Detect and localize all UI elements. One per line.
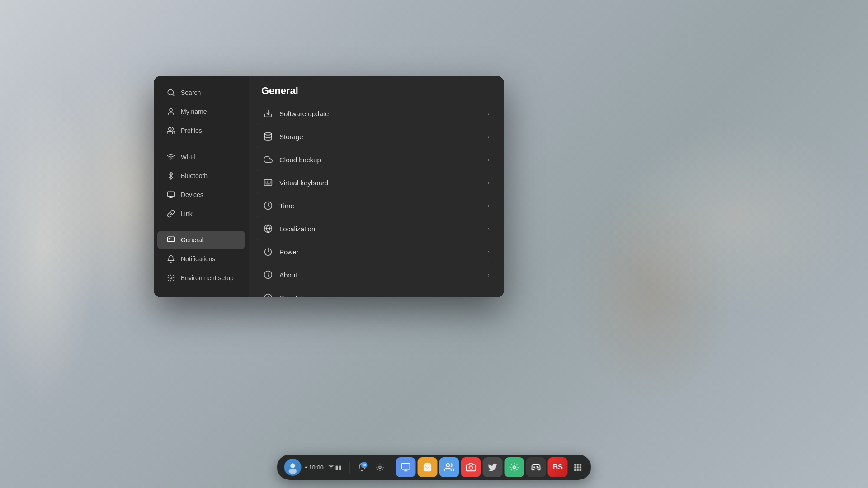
chevron-right-icon: › (487, 110, 490, 117)
settings-item-power[interactable]: Power › (256, 240, 497, 263)
svg-point-43 (513, 466, 516, 469)
time-display: 10:00 (309, 464, 324, 471)
sidebar-item-label: Search (181, 89, 201, 96)
camera-icon (466, 462, 476, 472)
settings-item-label: Power (279, 248, 299, 256)
svg-point-3 (169, 127, 171, 130)
power-icon (263, 247, 273, 257)
wifi-icon (166, 152, 175, 161)
settings-list: Software update › Storage › (249, 102, 504, 297)
svg-rect-48 (574, 464, 576, 466)
globe-icon (263, 224, 273, 234)
taskbar-app-grid[interactable] (570, 457, 586, 477)
keyboard-icon (263, 178, 273, 188)
svg-point-10 (170, 277, 172, 279)
taskbar-divider-2 (392, 461, 392, 474)
taskbar-app-game[interactable] (526, 457, 546, 477)
sidebar: Search My name Profiles (154, 76, 249, 297)
taskbar-app-store[interactable] (418, 457, 438, 477)
taskbar-app-settings[interactable] (505, 457, 524, 477)
settings-window: Search My name Profiles (154, 76, 504, 297)
sidebar-divider-1 (154, 140, 249, 147)
sidebar-item-label: General (181, 236, 203, 244)
gamepad-icon (531, 462, 541, 472)
taskbar-divider-1 (350, 461, 350, 474)
person-icon (166, 107, 175, 116)
notification-badge: 10 (361, 462, 368, 468)
sidebar-item-profiles[interactable]: Profiles (157, 122, 245, 140)
svg-rect-56 (580, 469, 581, 471)
environment-icon (166, 273, 175, 282)
chevron-right-icon: › (487, 248, 490, 255)
chevron-right-icon: › (487, 133, 490, 140)
svg-point-47 (538, 467, 538, 468)
settings-item-virtual-keyboard[interactable]: Virtual keyboard › (256, 171, 497, 194)
taskbar-app-beatsaber[interactable]: BS (548, 457, 568, 477)
sidebar-item-search[interactable]: Search (157, 84, 245, 102)
people-icon (444, 462, 454, 472)
sidebar-item-wifi[interactable]: Wi-Fi (157, 148, 245, 166)
sidebar-divider-2 (154, 223, 249, 230)
settings-item-time[interactable]: Time › (256, 194, 497, 217)
sidebar-item-notifications[interactable]: Notifications (157, 250, 245, 268)
taskbar-notification-bell[interactable]: 10 (354, 459, 370, 475)
info-icon (263, 270, 273, 280)
svg-rect-53 (580, 466, 581, 468)
settings-item-software-update[interactable]: Software update › (256, 102, 497, 125)
chevron-right-icon: › (487, 225, 490, 232)
sidebar-item-label: Link (181, 210, 193, 217)
svg-point-42 (469, 466, 472, 469)
settings-item-label: Regulatory (279, 294, 312, 298)
sidebar-item-general[interactable]: General (157, 231, 245, 249)
svg-rect-8 (168, 237, 175, 242)
svg-point-36 (379, 466, 381, 469)
settings-item-label: Software update (279, 110, 329, 117)
settings-item-label: Storage (279, 133, 303, 141)
sidebar-item-label: My name (181, 108, 207, 115)
sidebar-item-devices[interactable]: Devices (157, 186, 245, 204)
chevron-right-icon: › (487, 294, 490, 297)
bell-icon (166, 254, 175, 263)
svg-point-33 (290, 463, 295, 468)
taskbar-app-photos[interactable] (461, 457, 481, 477)
svg-rect-9 (169, 238, 170, 239)
sidebar-item-link[interactable]: Link (157, 205, 245, 223)
sidebar-item-my-name[interactable]: My name (157, 103, 245, 121)
wifi-status-icon (328, 464, 335, 471)
devices-icon (166, 190, 175, 199)
sidebar-item-label: Devices (181, 191, 203, 198)
settings-item-label: Time (279, 202, 294, 210)
taskbar-app-monitor[interactable] (396, 457, 416, 477)
settings-item-about[interactable]: About › (256, 263, 497, 286)
chevron-right-icon: › (487, 271, 490, 278)
regulatory-icon (263, 293, 273, 297)
main-content: General Software update › (249, 76, 504, 297)
storage-icon (263, 131, 273, 141)
sidebar-item-label: Wi-Fi (181, 153, 196, 160)
sidebar-item-environment-setup[interactable]: Environment setup (157, 269, 245, 287)
clock-icon (263, 201, 273, 211)
svg-rect-37 (401, 464, 410, 469)
taskbar-app-people[interactable] (439, 457, 459, 477)
settings-item-cloud-backup[interactable]: Cloud backup › (256, 148, 497, 171)
taskbar-app-twitter[interactable] (483, 457, 503, 477)
settings-item-regulatory[interactable]: Regulatory › (256, 286, 497, 297)
settings-item-label: Localization (279, 225, 315, 233)
sidebar-item-label: Notifications (181, 255, 215, 263)
settings-item-localization[interactable]: Localization › (256, 217, 497, 240)
svg-point-34 (289, 469, 297, 474)
gear-icon (376, 463, 385, 472)
settings-item-storage[interactable]: Storage › (256, 125, 497, 148)
sidebar-item-label: Bluetooth (181, 172, 208, 179)
search-icon (166, 88, 175, 97)
svg-rect-50 (580, 464, 581, 466)
svg-rect-55 (577, 469, 579, 471)
battery-icon: ▮▮ (335, 464, 342, 471)
svg-rect-51 (574, 466, 576, 468)
taskbar-gear-button[interactable] (372, 459, 388, 475)
grid-icon (573, 463, 582, 472)
svg-rect-54 (574, 469, 576, 471)
svg-point-35 (331, 468, 332, 469)
taskbar-user[interactable]: • 10:00 ▮▮ (282, 457, 346, 478)
sidebar-item-bluetooth[interactable]: Bluetooth (157, 167, 245, 185)
